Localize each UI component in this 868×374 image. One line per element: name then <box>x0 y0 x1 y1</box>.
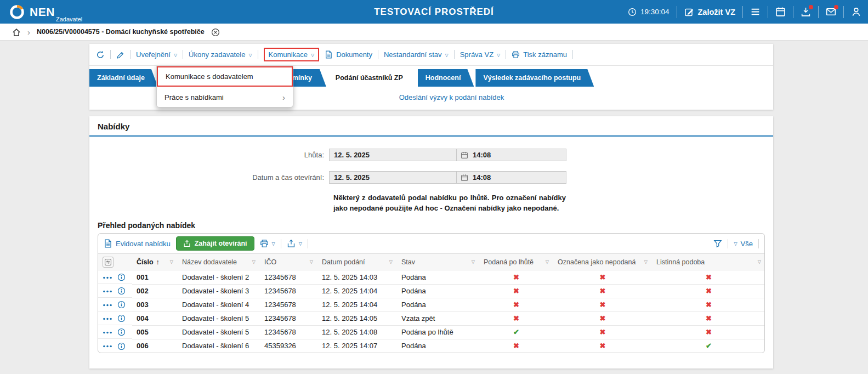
cell-cislo: 004 <box>132 311 178 325</box>
record-toolbar: Uveřejnění ▽ Úkony zadavatele ▽ Komunika… <box>89 44 773 66</box>
filter-caret-icon[interactable]: ▽ <box>170 259 173 264</box>
cell-dodavatel: Dodavatel - školení 5 <box>178 311 260 325</box>
filter-caret-icon[interactable]: ▽ <box>546 259 549 264</box>
row-menu-icon[interactable] <box>103 328 112 336</box>
row-menu-icon[interactable] <box>103 314 112 322</box>
column-header-po-lhute[interactable]: Podaná po lhůtě▽ <box>479 254 553 270</box>
info-icon[interactable] <box>117 314 126 322</box>
messages-button[interactable] <box>826 7 836 17</box>
dropdown-item-komunikace-s-dodavatelem[interactable]: Komunikace s dodavatelem <box>157 66 293 87</box>
top-bar: NEN Zadavatel TESTOVACÍ PROSTŘEDÍ 19:30:… <box>0 0 868 24</box>
create-vz-button[interactable]: Založit VZ <box>684 7 735 17</box>
download-icon <box>801 7 811 17</box>
app-logo[interactable]: NEN Zadavatel <box>0 4 121 20</box>
column-header-dodavatel[interactable]: Název dodavatele▽ <box>178 254 260 270</box>
filter-caret-icon[interactable]: ▽ <box>758 259 761 264</box>
info-icon[interactable] <box>117 286 126 295</box>
field-label: Datum a čas otevírání: <box>89 173 329 182</box>
row-menu-icon[interactable] <box>103 301 112 309</box>
odeslani-vyzvy-link[interactable]: Odeslání výzvy k podání nabídek <box>399 93 504 101</box>
cell-stav: Podána <box>397 284 479 298</box>
zahajit-otevirani-button[interactable]: Zahájit otevírání <box>176 236 254 251</box>
cell-dodavatel: Dodavatel - školení 6 <box>178 339 260 353</box>
column-header-ico[interactable]: IČO▽ <box>260 254 317 270</box>
info-icon[interactable] <box>117 327 126 336</box>
divider <box>758 239 759 248</box>
refresh-button[interactable] <box>96 50 105 59</box>
lhuta-datetime-field[interactable]: 12. 5. 2025 14:08 <box>329 149 566 161</box>
view-all-button[interactable]: ▽ Vše <box>734 240 753 248</box>
printer-icon <box>512 50 520 59</box>
filter-caret-icon[interactable]: ▽ <box>252 259 256 264</box>
table-export-button[interactable]: ▽ <box>287 239 302 248</box>
menu-ukony-zadavatele[interactable]: Úkony zadavatele ▽ <box>189 50 252 59</box>
menu-komunikace[interactable]: Komunikace ▽ <box>269 50 315 59</box>
table-row[interactable]: 005 Dodavatel - školení 5 12345678 12. 5… <box>98 325 765 339</box>
menu-sprava-vz[interactable]: Správa VZ ▽ <box>460 50 501 59</box>
filter-caret-icon[interactable]: ▽ <box>644 259 648 264</box>
cell-nepodana: ✖ <box>553 284 652 298</box>
user-profile-button[interactable] <box>851 7 861 17</box>
table-print-button[interactable]: ▽ <box>260 239 275 248</box>
chevron-down-icon: ▽ <box>497 53 500 58</box>
column-header-cislo[interactable]: Číslo ↑ ▽ <box>132 254 178 270</box>
time-value: 14:08 <box>473 173 491 182</box>
calendar-button[interactable] <box>775 7 786 17</box>
menu-dokumenty[interactable]: Dokumenty <box>325 50 372 59</box>
table-row[interactable]: 003 Dodavatel - školení 4 12345678 12. 5… <box>98 298 765 311</box>
column-header-datum[interactable]: Datum podání▽ <box>317 254 397 270</box>
column-header-nepodana[interactable]: Označena jako nepodaná▽ <box>553 254 652 270</box>
info-icon[interactable] <box>117 300 126 309</box>
cell-cislo: 002 <box>132 284 178 298</box>
filter-caret-icon[interactable]: ▽ <box>389 259 393 264</box>
info-icon[interactable] <box>117 341 126 350</box>
breadcrumb-record[interactable]: N006/25/V00004575 - Domácí kuchyňské spo… <box>37 28 205 36</box>
clock-icon <box>628 8 637 16</box>
menu-button[interactable] <box>750 7 761 17</box>
calendar-icon <box>461 151 468 159</box>
evidovat-nabidku-button[interactable]: Evidovat nabídku <box>104 239 171 248</box>
tab-zakladni-udaje[interactable]: Základní údaje <box>89 69 158 87</box>
table-settings-icon[interactable] <box>103 257 114 268</box>
mail-icon <box>826 7 836 17</box>
breadcrumb-separator: › <box>27 27 30 37</box>
table-row[interactable]: 004 Dodavatel - školení 5 12345678 12. 5… <box>98 311 765 325</box>
divider <box>728 239 728 248</box>
cell-nepodana: ✖ <box>553 311 652 325</box>
cell-po-lhute: ✖ <box>479 298 553 311</box>
menu-uverejneni[interactable]: Uveřejnění ▽ <box>136 50 177 59</box>
cell-listinna: ✔ <box>652 339 765 353</box>
row-menu-icon[interactable] <box>103 287 112 295</box>
tab-hodnoceni[interactable]: Hodnocení <box>418 69 474 87</box>
table-row[interactable]: 001 Dodavatel - školení 2 12345678 12. 5… <box>98 270 765 285</box>
table-filter-button[interactable] <box>713 239 722 248</box>
edit-record-button[interactable] <box>116 50 124 59</box>
time-value: 14:08 <box>473 151 491 159</box>
row-menu-icon[interactable] <box>103 273 112 281</box>
cell-stav: Podána <box>397 339 479 353</box>
column-header-stav[interactable]: Stav▽ <box>397 254 479 270</box>
column-header-listinna[interactable]: Listinná podoba▽ <box>652 254 765 270</box>
filter-caret-icon[interactable]: ▽ <box>310 259 313 264</box>
filter-caret-icon[interactable]: ▽ <box>472 259 475 264</box>
tab-vysledek[interactable]: Výsledek zadávacího postupu <box>475 69 594 87</box>
cell-dodavatel: Dodavatel - školení 3 <box>178 284 260 298</box>
tab-podani-ucastniku[interactable]: Podání účastníků ZP <box>328 69 416 87</box>
dropdown-item-prace-s-nabidkami[interactable]: Práce s nabídkami › <box>157 87 293 107</box>
print-record-button[interactable]: Tisk záznamu <box>512 50 567 59</box>
table-row[interactable]: 002 Dodavatel - školení 3 12345678 12. 5… <box>98 284 765 298</box>
menu-nestandardni-stav[interactable]: Nestandardní stav ▽ <box>384 50 449 59</box>
row-menu-icon[interactable] <box>103 342 112 350</box>
downloads-button[interactable] <box>801 7 811 17</box>
divider <box>742 6 743 18</box>
cell-stav: Vzata zpět <box>397 311 479 325</box>
close-record-button[interactable] <box>211 27 220 37</box>
date-value: 12. 5. 2025 <box>330 151 456 159</box>
info-icon[interactable] <box>117 273 126 281</box>
divider <box>378 50 378 59</box>
oteviran-datetime-field[interactable]: 12. 5. 2025 14:08 <box>329 171 566 184</box>
column-settings-header[interactable] <box>98 254 132 270</box>
table-row[interactable]: 006 Dodavatel - školení 6 45359326 12. 5… <box>98 339 765 353</box>
home-button[interactable] <box>12 27 21 37</box>
offers-table-card: Evidovat nabídku Zahájit otevírání ▽ ▽ <box>98 233 765 353</box>
